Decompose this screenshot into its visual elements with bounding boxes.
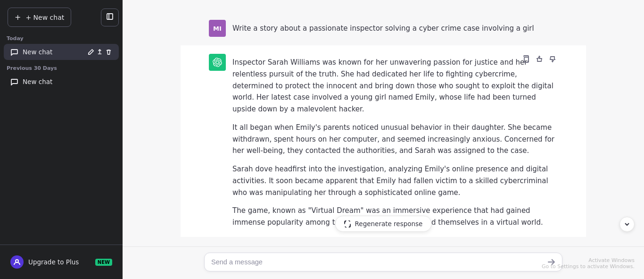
edit-icon[interactable]	[87, 49, 94, 56]
messages-container: MI Write a story about a passionate insp…	[123, 0, 644, 279]
regenerate-label: Regenerate response	[355, 220, 423, 228]
chat-item-actions	[87, 49, 112, 56]
sidebar-bottom: Upgrade to Plus NEW	[0, 245, 123, 279]
today-chat-label: New chat	[23, 48, 83, 56]
user-avatar: MI	[209, 20, 226, 37]
send-message-input[interactable]	[211, 258, 547, 266]
send-icon	[547, 258, 555, 266]
sidebar-item-today-chat[interactable]: New chat	[4, 44, 119, 60]
prev-chat-label: New chat	[23, 78, 112, 85]
send-button[interactable]	[547, 258, 555, 266]
sidebar-item-prev-chat[interactable]: New chat	[4, 74, 119, 90]
assistant-message-content: Inspector Sarah Williams was known for h…	[232, 54, 558, 228]
sidebar-toggle-button[interactable]	[101, 8, 119, 26]
assistant-para-1: Inspector Sarah Williams was known for h…	[232, 57, 558, 115]
assistant-para-3: Sarah dove headfirst into the investigat…	[232, 163, 558, 198]
plus-icon: +	[15, 13, 21, 22]
copy-icon	[522, 55, 530, 63]
delete-icon[interactable]	[105, 49, 112, 56]
input-box	[204, 253, 562, 271]
assistant-message-row: Inspector Sarah Williams was known for h…	[181, 45, 586, 237]
main-chat: MI Write a story about a passionate insp…	[123, 0, 644, 279]
thumbs-up-button[interactable]	[534, 54, 545, 66]
today-label: Today	[0, 31, 123, 43]
message-actions	[521, 54, 558, 66]
new-badge: NEW	[95, 259, 112, 266]
thumbs-down-icon	[549, 55, 556, 63]
sidebar-icon	[106, 13, 114, 20]
user-message-row: MI Write a story about a passionate insp…	[181, 11, 586, 45]
regenerate-response-bubble[interactable]: Regenerate response	[335, 216, 432, 232]
previous-label: Previous 30 Days	[0, 60, 123, 73]
user-icon	[14, 259, 20, 265]
assistant-avatar	[209, 54, 226, 71]
input-area	[123, 246, 644, 279]
chat-icon-prev	[10, 78, 18, 85]
scroll-down-button[interactable]	[619, 217, 635, 232]
chat-icon	[10, 48, 18, 56]
thumbs-up-icon	[536, 55, 543, 63]
chevron-down-icon	[623, 220, 631, 228]
chatgpt-icon	[213, 58, 222, 67]
svg-rect-0	[107, 14, 113, 19]
share-icon[interactable]	[96, 49, 103, 56]
upgrade-button[interactable]: Upgrade to Plus NEW	[4, 251, 119, 273]
copy-button[interactable]	[521, 54, 531, 66]
upgrade-label: Upgrade to Plus	[28, 258, 79, 266]
refresh-icon	[344, 220, 351, 228]
sidebar: + + New chat Today New chat	[0, 0, 123, 279]
thumbs-down-button[interactable]	[547, 54, 558, 66]
user-avatar-icon	[10, 255, 24, 269]
assistant-para-2: It all began when Emily's parents notice…	[232, 122, 558, 157]
new-chat-top-label: + New chat	[25, 14, 64, 21]
user-message-text: Write a story about a passionate inspect…	[232, 23, 558, 34]
user-message-content: Write a story about a passionate inspect…	[232, 20, 558, 37]
new-chat-top-button[interactable]: + + New chat	[8, 8, 71, 27]
